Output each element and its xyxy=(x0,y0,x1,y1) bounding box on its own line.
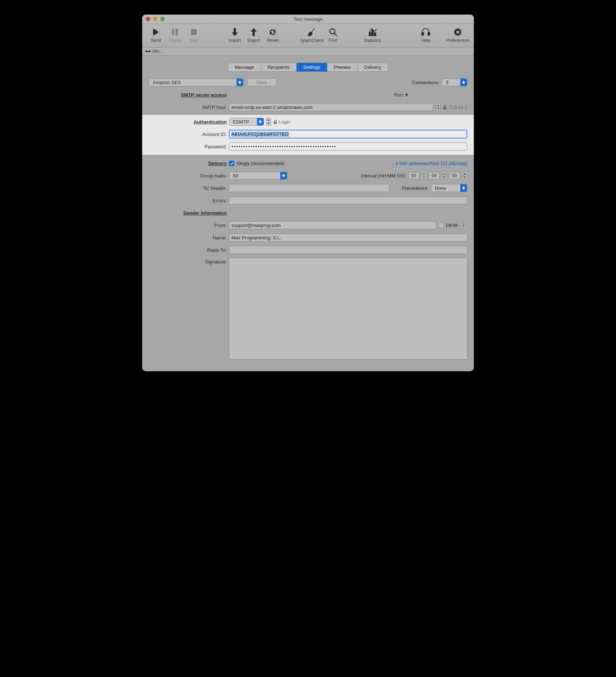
precedence-label: Precedence: xyxy=(402,185,429,191)
svg-marker-41 xyxy=(443,177,446,178)
play-icon xyxy=(151,27,161,37)
connections-label: Connections: xyxy=(412,80,440,85)
smtp-host-stepper[interactable] xyxy=(436,103,441,111)
heading-sender: Sender information xyxy=(149,210,229,216)
port-dropdown[interactable]: Port ▼ xyxy=(394,92,409,98)
titlebar: Test message xyxy=(142,15,474,24)
from-label: From: xyxy=(149,223,229,228)
group-mails-select[interactable]: 50 xyxy=(229,172,287,180)
svg-rect-17 xyxy=(422,32,424,35)
connections-select[interactable]: 3 xyxy=(442,78,467,86)
svg-point-46 xyxy=(463,224,464,226)
dkim-settings-button[interactable] xyxy=(460,222,467,229)
minimize-window-icon[interactable] xyxy=(153,17,157,21)
signature-label: Signature: xyxy=(149,258,229,265)
svg-marker-43 xyxy=(463,177,466,178)
tab-message[interactable]: Message xyxy=(228,63,261,71)
status-text: Idle... xyxy=(152,49,163,54)
reply-to-input[interactable] xyxy=(229,246,467,254)
pause-icon xyxy=(169,27,180,37)
preferences-button[interactable]: Preferences xyxy=(446,26,469,43)
auth-mode: Login xyxy=(273,119,291,125)
help-button[interactable]: Help xyxy=(416,26,435,43)
lock-icon xyxy=(273,120,277,124)
tab-preview[interactable]: Preview xyxy=(327,63,358,71)
interval-hh-stepper[interactable] xyxy=(421,172,426,180)
toolbar: Send Pause Stop Import xyxy=(142,24,474,47)
import-button[interactable]: Import xyxy=(225,26,244,43)
interval-ss[interactable]: 00 xyxy=(449,172,460,179)
svg-marker-37 xyxy=(282,176,285,177)
find-button[interactable]: Find xyxy=(324,26,343,43)
dkim-checkbox[interactable] xyxy=(438,223,444,228)
singly-label: Singly (recommended) xyxy=(237,161,284,166)
app-window: Test message Send Pause Stop xyxy=(142,15,474,371)
interval-mm-stepper[interactable] xyxy=(442,172,447,180)
smtp-host-input[interactable] xyxy=(229,103,433,111)
preset-select[interactable]: Amazon SES xyxy=(149,78,243,86)
dkim-label: DKIM xyxy=(446,223,458,228)
statistics-button[interactable]: Statistics xyxy=(361,26,384,43)
stop-icon xyxy=(188,27,199,37)
singly-checkbox[interactable] xyxy=(229,161,234,166)
svg-marker-39 xyxy=(422,177,425,178)
svg-rect-18 xyxy=(428,32,430,35)
reset-button[interactable]: Reset xyxy=(263,26,282,43)
svg-marker-40 xyxy=(443,173,446,175)
status-icon xyxy=(145,49,151,54)
svg-rect-49 xyxy=(461,225,462,226)
tabs: Message Recipients Settings Preview Deli… xyxy=(142,55,474,78)
errors-input[interactable] xyxy=(229,196,467,204)
name-input[interactable] xyxy=(229,234,467,242)
svg-marker-38 xyxy=(422,173,425,175)
tab-settings[interactable]: Settings xyxy=(297,63,327,71)
save-button[interactable]: Save xyxy=(247,78,276,86)
interval-label: Interval (HH:MM:SS): xyxy=(361,173,406,179)
tab-delivery[interactable]: Delivery xyxy=(358,63,388,71)
status-bar: Idle... xyxy=(142,47,474,55)
export-button[interactable]: Export xyxy=(244,26,263,43)
svg-marker-34 xyxy=(267,123,270,124)
auth-stepper[interactable] xyxy=(266,118,271,126)
to-header-label: 'To' header: xyxy=(149,185,229,191)
account-id-input[interactable]: AKIAXLFCQ26S4IFD77ED xyxy=(229,130,467,138)
tls-indicator: TLS v1.2 xyxy=(443,105,467,110)
close-window-icon[interactable] xyxy=(146,17,150,21)
svg-marker-33 xyxy=(267,119,270,121)
svg-rect-14 xyxy=(369,32,371,36)
svg-marker-21 xyxy=(145,50,147,53)
tab-recipients[interactable]: Recipients xyxy=(261,63,297,71)
svg-rect-47 xyxy=(463,223,464,224)
interval-ss-stepper[interactable] xyxy=(462,172,467,180)
pause-button: Pause xyxy=(165,26,184,43)
spamcheck-button[interactable]: SpamCheck xyxy=(300,26,324,43)
account-id-label: Account ID: xyxy=(149,132,229,137)
auth-method-select[interactable]: ESMTP xyxy=(229,118,264,126)
name-label: Name: xyxy=(149,235,229,240)
precedence-select[interactable]: None xyxy=(431,184,467,192)
arrow-down-icon xyxy=(229,27,240,37)
signature-input[interactable] xyxy=(229,258,467,360)
headset-icon xyxy=(420,27,431,37)
svg-marker-45 xyxy=(462,188,465,190)
interval-mm[interactable]: 06 xyxy=(429,172,440,179)
password-input[interactable] xyxy=(229,142,467,150)
reply-to-label: Reply To: xyxy=(149,247,229,253)
refresh-icon xyxy=(267,27,278,37)
from-input[interactable] xyxy=(229,221,436,229)
to-header-input[interactable] xyxy=(229,184,389,192)
auth-highlight: Authentication ESMTP Login xyxy=(142,115,474,155)
svg-marker-5 xyxy=(232,32,238,36)
svg-rect-2 xyxy=(176,29,178,35)
svg-line-8 xyxy=(312,28,315,32)
interval-hh[interactable]: 00 xyxy=(408,172,419,179)
settings-form: Amazon SES Save Connections: 3 SMTP serv… xyxy=(142,78,474,371)
zoom-window-icon[interactable] xyxy=(160,17,165,21)
send-button[interactable]: Send xyxy=(147,26,165,43)
password-label: Password: xyxy=(149,144,229,149)
svg-rect-53 xyxy=(461,226,463,227)
svg-marker-6 xyxy=(251,28,257,32)
group-mails-label: Group mails: xyxy=(149,173,229,179)
search-icon xyxy=(328,27,339,37)
svg-line-12 xyxy=(334,33,337,36)
